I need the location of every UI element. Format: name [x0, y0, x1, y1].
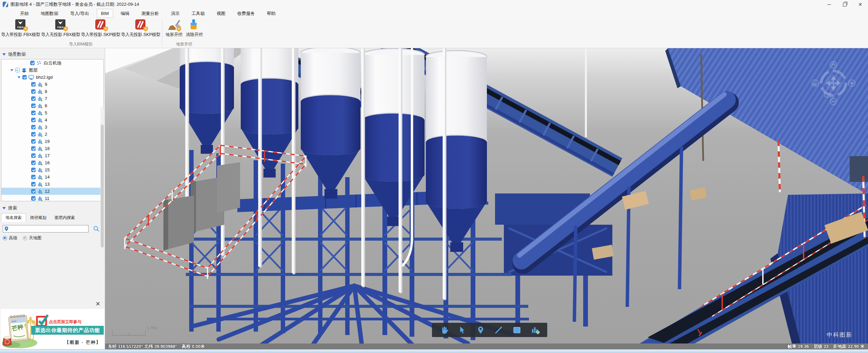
- tree-layer-row[interactable]: 7: [1, 95, 103, 102]
- tab-edit[interactable]: 编辑: [116, 9, 134, 18]
- search-input-box[interactable]: [3, 225, 88, 233]
- checkbox-checked-icon[interactable]: [31, 96, 36, 101]
- tree-layer-row[interactable]: 11: [1, 195, 103, 201]
- tree-layer-row[interactable]: 13: [1, 181, 103, 188]
- restore-button[interactable]: [837, 0, 852, 9]
- tree-item-baiyun-airport[interactable]: 白云机场: [1, 59, 103, 67]
- import-projected-fbx-button[interactable]: V 导入带投影.FBX模型: [1, 19, 41, 38]
- tree-group-layers[interactable]: 图层: [1, 67, 103, 74]
- checkbox-checked-icon[interactable]: [31, 132, 36, 136]
- radio-tianditu[interactable]: [23, 236, 27, 240]
- terrain-dig-button[interactable]: V 地形开挖: [164, 19, 184, 38]
- tree-layer-row[interactable]: 4: [1, 116, 103, 124]
- checkbox-checked-icon[interactable]: [22, 75, 27, 79]
- checkbox-checked-icon[interactable]: [31, 182, 36, 186]
- tab-map-data[interactable]: 地图数据: [36, 9, 63, 18]
- promo-cta-text[interactable]: 点击页面立即参与: [49, 319, 81, 325]
- clear-dig-button[interactable]: 清除开挖: [184, 19, 204, 38]
- checkbox-checked-icon[interactable]: [31, 175, 36, 179]
- tree-layer-row[interactable]: 15: [1, 166, 103, 173]
- restore-icon: [843, 3, 847, 6]
- tab-measure-analysis[interactable]: 测量分析: [137, 9, 163, 18]
- pan-hand-icon[interactable]: [439, 326, 449, 335]
- import-unprojected-fbx-button[interactable]: V 导入无投影.FBX模型: [41, 19, 81, 38]
- tab-place-search[interactable]: 地名搜索: [1, 213, 26, 222]
- add-model-icon[interactable]: [531, 326, 540, 335]
- tree-layer-row[interactable]: 6: [1, 102, 103, 109]
- tab-layer-search[interactable]: 图层内搜索: [51, 213, 79, 222]
- scale-indicator: 1.79m: [112, 326, 146, 336]
- radio-gaode[interactable]: [3, 236, 7, 240]
- pan-up-button[interactable]: [830, 61, 837, 68]
- tree-layer-row[interactable]: 16: [1, 159, 103, 166]
- magnifier-icon[interactable]: [93, 226, 99, 232]
- tree-layer-row[interactable]: 19: [1, 138, 103, 145]
- search-tabs: 地名搜索 路径规划 图层内搜索: [1, 213, 79, 222]
- scene-data-header[interactable]: 场景数据: [2, 51, 26, 57]
- checkbox-checked-icon[interactable]: [31, 168, 36, 172]
- select-cursor-icon[interactable]: [458, 326, 467, 335]
- expand-triangle-icon[interactable]: [11, 69, 13, 71]
- place-pin-icon[interactable]: [476, 326, 485, 335]
- tree-layer-row[interactable]: 8: [1, 88, 103, 95]
- minimize-button[interactable]: [821, 0, 837, 9]
- promo-close-icon[interactable]: ✕: [96, 301, 100, 307]
- collapse-box-icon[interactable]: [15, 68, 20, 72]
- checkbox-checked-icon[interactable]: [31, 196, 36, 201]
- tree-layer-row[interactable]: 5: [1, 109, 103, 116]
- expand-triangle-icon[interactable]: [18, 76, 20, 78]
- tree-layer-row[interactable]: 2: [1, 131, 103, 138]
- close-icon: ✕: [858, 2, 862, 7]
- draw-line-icon[interactable]: [494, 326, 503, 335]
- checkbox-checked-icon[interactable]: [31, 153, 36, 158]
- tree-layer-row[interactable]: 14: [1, 173, 103, 181]
- latitude-label: 北纬: [144, 343, 153, 350]
- model-layer-icon: [37, 189, 43, 194]
- watermark: 中科图新: [827, 331, 852, 339]
- checkbox-checked-icon[interactable]: [31, 111, 36, 115]
- tab-start[interactable]: 开始: [16, 9, 33, 18]
- checkbox-checked-icon[interactable]: [31, 82, 36, 87]
- checkbox-checked-icon[interactable]: [31, 118, 36, 122]
- checkbox-checked-icon[interactable]: [31, 146, 36, 151]
- tree-layer-row[interactable]: 9: [1, 81, 103, 88]
- tab-help[interactable]: 帮助: [262, 9, 280, 18]
- tree-item-bhz2-lgd[interactable]: bhz2.lgd: [1, 74, 103, 81]
- checkbox-checked-icon[interactable]: [31, 139, 36, 144]
- tree-layer-row[interactable]: 3: [1, 124, 103, 131]
- tab-view[interactable]: 视图: [212, 9, 230, 18]
- tree-layer-row[interactable]: 18: [1, 145, 103, 152]
- close-button[interactable]: ✕: [852, 0, 868, 9]
- promo-footer-text: 【图新 · 芒种】: [64, 339, 101, 346]
- 3d-viewport[interactable]: 1.79m 中科图新 东经 116.517220° 北纬 39.903988° …: [105, 48, 868, 349]
- tab-presentation[interactable]: 演示: [166, 9, 184, 18]
- promo-banner-text[interactable]: 票选出你最期待的产品功能: [31, 326, 104, 335]
- monitor-icon: [28, 75, 34, 80]
- search-input[interactable]: [9, 226, 88, 231]
- tab-bim[interactable]: BIM: [97, 9, 113, 18]
- draw-rectangle-icon[interactable]: [512, 326, 521, 335]
- scale-bar: [112, 331, 146, 336]
- tab-toolbox[interactable]: 工具箱: [187, 9, 209, 18]
- ribbon-separator: [162, 19, 162, 46]
- checkbox-checked-icon[interactable]: [30, 61, 35, 65]
- tab-paid-services[interactable]: 收费服务: [233, 9, 259, 18]
- import-projected-skp-button[interactable]: V 导入带投影.SKP模型: [81, 19, 121, 38]
- checkbox-checked-icon[interactable]: [31, 189, 36, 193]
- reset-view-button[interactable]: [825, 93, 831, 97]
- model-layer-icon: [37, 196, 43, 201]
- navigation-compass[interactable]: [810, 59, 857, 107]
- tree-layer-row[interactable]: 17: [1, 152, 103, 159]
- checkbox-checked-icon[interactable]: [31, 125, 36, 129]
- promo-banner[interactable]: June 芒种 点击页面立即参与 票选出你最期待的产品功能 【图新 · 芒种】: [1, 309, 104, 349]
- checkbox-checked-icon[interactable]: [31, 104, 36, 108]
- checkbox-checked-icon[interactable]: [31, 89, 36, 94]
- checkbox-checked-icon[interactable]: [31, 161, 36, 165]
- 3d-scene[interactable]: [105, 48, 868, 349]
- search-header[interactable]: 搜索: [2, 205, 17, 211]
- tree-layer-row-selected[interactable]: 12: [1, 188, 103, 195]
- import-unprojected-skp-button[interactable]: V 导入无投影.SKP模型: [121, 19, 161, 38]
- tab-import-export[interactable]: 导入/导出: [66, 9, 94, 18]
- tab-route-planning[interactable]: 路径规划: [26, 213, 51, 222]
- collapse-triangle-icon: [2, 207, 6, 209]
